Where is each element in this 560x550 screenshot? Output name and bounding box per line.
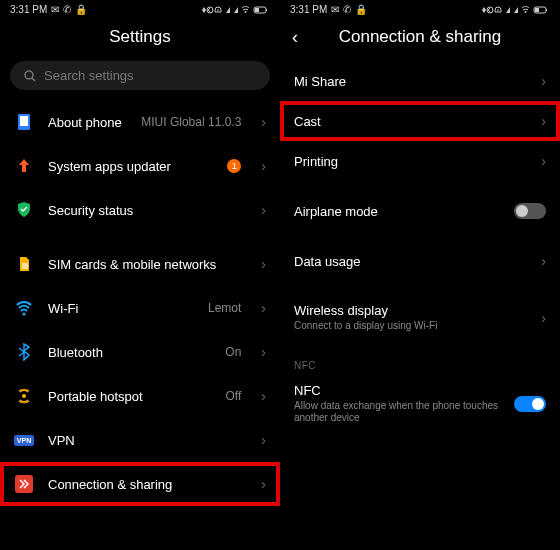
svg-rect-9 — [22, 263, 28, 269]
item-label: Airplane mode — [294, 204, 500, 219]
divider — [280, 344, 560, 354]
item-sublabel: Connect to a display using Wi-Fi — [294, 320, 527, 332]
svg-point-11 — [22, 394, 26, 398]
item-label: Security status — [48, 203, 247, 218]
about-phone-icon — [14, 112, 34, 132]
chevron-right-icon: › — [541, 253, 546, 269]
connection-sharing-icon — [14, 474, 34, 494]
search-icon — [24, 70, 36, 82]
lock-icon: 🔒 — [355, 4, 367, 15]
update-badge: 1 — [227, 159, 241, 173]
item-cast[interactable]: Cast › — [280, 101, 560, 141]
svg-rect-8 — [20, 116, 28, 126]
chevron-right-icon: › — [261, 476, 266, 492]
divider — [280, 231, 560, 241]
item-value: Off — [226, 389, 242, 403]
item-bluetooth[interactable]: Bluetooth On › — [0, 330, 280, 374]
hotspot-icon — [14, 386, 34, 406]
item-connection-sharing[interactable]: Connection & sharing › — [0, 462, 280, 506]
chevron-right-icon: › — [261, 256, 266, 272]
item-value: MIUI Global 11.0.3 — [141, 115, 241, 129]
wifi-icon — [14, 298, 34, 318]
item-mi-share[interactable]: Mi Share › — [280, 61, 560, 101]
chevron-right-icon: › — [261, 300, 266, 316]
bluetooth-icon — [14, 342, 34, 362]
item-wifi[interactable]: Wi-Fi Lemot › — [0, 286, 280, 330]
chevron-right-icon: › — [541, 153, 546, 169]
svg-rect-4 — [266, 9, 267, 11]
item-label: Wireless display — [294, 303, 527, 318]
chevron-right-icon: › — [541, 310, 546, 326]
search-placeholder: Search settings — [44, 68, 134, 83]
chevron-right-icon: › — [261, 344, 266, 360]
status-icons-right — [480, 5, 550, 15]
section-nfc: NFC — [280, 354, 560, 371]
item-label: SIM cards & mobile networks — [48, 257, 247, 272]
svg-point-5 — [25, 71, 33, 79]
item-airplane-mode[interactable]: Airplane mode — [280, 191, 560, 231]
item-printing[interactable]: Printing › — [280, 141, 560, 181]
item-label: VPN — [48, 433, 247, 448]
chevron-right-icon: › — [261, 114, 266, 130]
item-label: Mi Share — [294, 74, 527, 89]
chevron-right-icon: › — [541, 73, 546, 89]
settings-list: About phone MIUI Global 11.0.3 › System … — [0, 100, 280, 550]
svg-point-10 — [23, 313, 26, 316]
item-sublabel: Allow data exchange when the phone touch… — [294, 400, 500, 424]
status-time: 3:31 PM — [290, 4, 327, 15]
search-input[interactable]: Search settings — [10, 61, 270, 90]
sms-icon: ✉ — [331, 4, 339, 15]
lock-icon: 🔒 — [75, 4, 87, 15]
page-title: ‹ Connection & sharing — [280, 17, 560, 61]
item-label: Printing — [294, 154, 527, 169]
connection-list: Mi Share › Cast › Printing › Airplane mo… — [280, 61, 560, 550]
item-label: NFC — [294, 383, 500, 398]
svg-rect-16 — [535, 8, 539, 12]
airplane-toggle[interactable] — [514, 203, 546, 219]
divider — [280, 181, 560, 191]
item-value: On — [225, 345, 241, 359]
updater-icon — [14, 156, 34, 176]
whatsapp-icon: ✆ — [343, 4, 351, 15]
status-bar: 3:31 PM ✉ ✆ 🔒 — [280, 0, 560, 17]
item-label: Connection & sharing — [48, 477, 247, 492]
vpn-icon: VPN — [14, 430, 34, 450]
svg-point-1 — [245, 11, 247, 13]
page-title: Settings — [0, 17, 280, 61]
svg-line-6 — [32, 78, 35, 81]
back-button[interactable]: ‹ — [292, 27, 298, 48]
item-security-status[interactable]: Security status › — [0, 188, 280, 232]
item-sim-cards[interactable]: SIM cards & mobile networks › — [0, 242, 280, 286]
status-time: 3:31 PM — [10, 4, 47, 15]
divider — [280, 281, 560, 291]
item-label: Data usage — [294, 254, 527, 269]
item-vpn[interactable]: VPN VPN › — [0, 418, 280, 462]
shield-icon — [14, 200, 34, 220]
divider — [0, 232, 280, 242]
status-bar: 3:31 PM ✉ ✆ 🔒 — [0, 0, 280, 17]
chevron-right-icon: › — [261, 388, 266, 404]
svg-point-14 — [525, 11, 527, 13]
item-about-phone[interactable]: About phone MIUI Global 11.0.3 › — [0, 100, 280, 144]
item-system-apps-updater[interactable]: System apps updater 1 › — [0, 144, 280, 188]
whatsapp-icon: ✆ — [63, 4, 71, 15]
screen-connection-sharing: 3:31 PM ✉ ✆ 🔒 ‹ Connection & sharing Mi … — [280, 0, 560, 550]
sim-icon — [14, 254, 34, 274]
chevron-right-icon: › — [261, 202, 266, 218]
item-label: Wi-Fi — [48, 301, 194, 316]
item-wireless-display[interactable]: Wireless display Connect to a display us… — [280, 291, 560, 344]
svg-rect-3 — [255, 8, 259, 12]
item-label: About phone — [48, 115, 127, 130]
item-portable-hotspot[interactable]: Portable hotspot Off › — [0, 374, 280, 418]
item-label: System apps updater — [48, 159, 213, 174]
sms-icon: ✉ — [51, 4, 59, 15]
item-value: Lemot — [208, 301, 241, 315]
item-nfc[interactable]: NFC Allow data exchange when the phone t… — [280, 371, 560, 436]
status-icons-right — [200, 5, 270, 15]
chevron-right-icon: › — [541, 113, 546, 129]
screen-settings: 3:31 PM ✉ ✆ 🔒 Settings Search settings A… — [0, 0, 280, 550]
item-label: Cast — [294, 114, 527, 129]
item-data-usage[interactable]: Data usage › — [280, 241, 560, 281]
nfc-toggle[interactable] — [514, 396, 546, 412]
chevron-right-icon: › — [261, 158, 266, 174]
